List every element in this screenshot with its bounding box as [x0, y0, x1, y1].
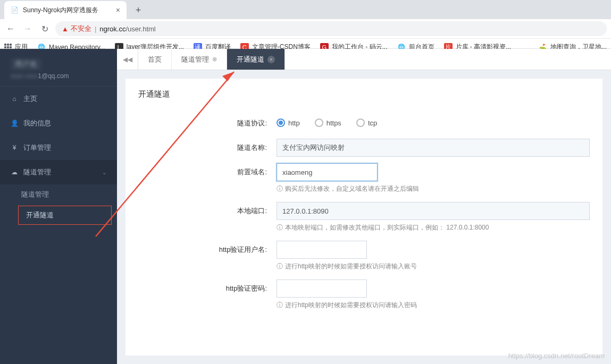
sidebar-item-profile[interactable]: 👤 我的信息	[0, 111, 117, 136]
forward-button[interactable]: →	[21, 22, 34, 35]
user-info: 用户名 xxxx xxxx1@qq.com	[0, 49, 117, 87]
collapse-sidebar-button[interactable]: ◀◀	[117, 49, 138, 70]
url-bar[interactable]: ▲ 不安全 | ngrok.cc/user.html	[55, 21, 607, 36]
tab-home[interactable]: 首页	[138, 49, 172, 70]
label-domain: 前置域名:	[138, 163, 277, 177]
label-protocol: 隧道协议:	[138, 114, 277, 128]
help-auth-user: ⓘ进行http映射的时候如需要授权访问请输入账号	[277, 262, 590, 271]
radio-http[interactable]: http	[277, 118, 300, 127]
browser-tab-bar: 📄 Sunny-Ngrok内网穿透服务 × +	[0, 0, 611, 19]
sidebar-item-home[interactable]: ⌂ 主页	[0, 87, 117, 111]
page-icon: 📄	[11, 6, 19, 14]
input-tunnel-name[interactable]	[277, 139, 590, 157]
tab-tunnel-manage[interactable]: 隧道管理⊗	[172, 49, 227, 70]
tab-title: Sunny-Ngrok内网穿透服务	[23, 6, 98, 15]
reload-button[interactable]: ↻	[38, 22, 51, 35]
radio-icon	[315, 118, 323, 127]
help-domain: ⓘ购买后无法修改，自定义域名请在开通之后编辑	[277, 184, 590, 193]
input-auth-pass[interactable]	[277, 280, 367, 298]
sidebar-item-tunnels[interactable]: ☁ 隧道管理 ⌄	[0, 160, 117, 184]
info-icon: ⓘ	[277, 184, 283, 193]
back-button[interactable]: ←	[4, 22, 17, 35]
label-auth-pass: http验证密码:	[138, 280, 277, 293]
radio-icon	[356, 118, 365, 127]
sidebar-item-orders[interactable]: ¥ 订单管理	[0, 136, 117, 160]
content-area: ◀◀ 首页 隧道管理⊗ 开通隧道× 开通隧道 隧道协议: http https …	[117, 49, 611, 364]
user-email: xxxx xxxx1@qq.com	[11, 72, 106, 80]
form-title: 开通隧道	[138, 89, 590, 99]
info-icon: ⓘ	[277, 223, 283, 232]
form-panel: 开通隧道 隧道协议: http https tcp 隧道名称: 前置域名: ⓘ购…	[125, 79, 602, 355]
security-warning: ▲ 不安全	[62, 24, 91, 33]
close-icon[interactable]: ×	[267, 56, 275, 63]
info-icon: ⓘ	[277, 262, 283, 271]
help-port: ⓘ本地映射端口，如需修改其他端口，则实际端口，例如： 127.0.0.1:800…	[277, 223, 590, 232]
user-name: 用户名	[11, 58, 41, 70]
url-text: ngrok.cc/user.html	[99, 25, 156, 33]
help-auth-pass: ⓘ进行http映射的时候如需要授权访问请输入密码	[277, 301, 590, 310]
input-domain[interactable]	[277, 163, 378, 181]
radio-tcp[interactable]: tcp	[356, 118, 377, 127]
cloud-icon: ☁	[11, 168, 18, 176]
browser-tab[interactable]: 📄 Sunny-Ngrok内网穿透服务 ×	[4, 1, 127, 19]
nav-bar: ← → ↻ ▲ 不安全 | ngrok.cc/user.html	[0, 19, 611, 38]
radio-https[interactable]: https	[315, 118, 341, 127]
watermark: https://blog.csdn.net/rootDream	[508, 352, 605, 360]
radio-icon	[277, 118, 285, 127]
tab-tunnel-open[interactable]: 开通隧道×	[227, 49, 285, 70]
yen-icon: ¥	[11, 144, 18, 151]
input-port[interactable]	[277, 202, 590, 220]
chevron-down-icon: ⌄	[102, 170, 106, 175]
label-auth-user: http验证用户名:	[138, 241, 277, 255]
sub-item-tunnel-manage[interactable]: 隧道管理	[11, 184, 117, 205]
warning-icon: ▲	[62, 25, 69, 33]
label-name: 隧道名称:	[138, 139, 277, 153]
sub-item-tunnel-open[interactable]: 开通隧道	[18, 206, 112, 225]
label-port: 本地端口:	[138, 202, 277, 216]
close-icon[interactable]: ⊗	[212, 56, 217, 63]
new-tab-button[interactable]: +	[131, 3, 146, 18]
sub-menu: 隧道管理 开通隧道	[0, 184, 117, 226]
home-icon: ⌂	[11, 95, 18, 103]
info-icon: ⓘ	[277, 301, 283, 310]
input-auth-user[interactable]	[277, 241, 367, 259]
sidebar: 用户名 xxxx xxxx1@qq.com ⌂ 主页 👤 我的信息 ¥ 订单管理…	[0, 49, 117, 364]
user-icon: 👤	[11, 120, 18, 127]
content-tabs: ◀◀ 首页 隧道管理⊗ 开通隧道×	[117, 49, 611, 70]
close-icon[interactable]: ×	[116, 6, 120, 14]
